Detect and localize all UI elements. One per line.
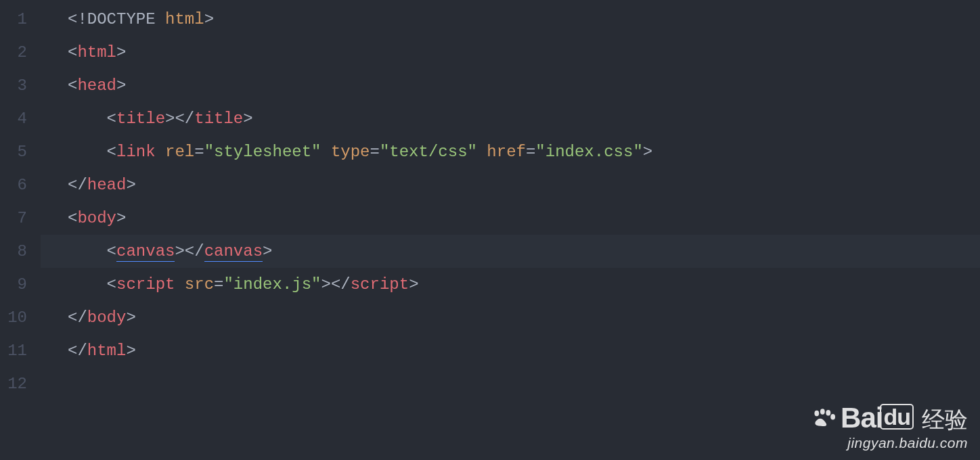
- token-str: "index.css": [535, 143, 642, 161]
- token-tag: html: [87, 342, 127, 360]
- token-tag: link: [116, 143, 156, 161]
- token-attr: rel: [165, 143, 194, 161]
- token-attr: href: [487, 143, 526, 161]
- token-attr: html: [165, 10, 204, 28]
- token-punct: [321, 143, 330, 161]
- token-str: "index.js": [223, 275, 321, 294]
- line-number: 8: [0, 235, 27, 268]
- line-number: 5: [0, 135, 27, 168]
- token-punct: >: [643, 143, 652, 161]
- token-punct: >: [243, 110, 252, 128]
- token-punct: <: [68, 209, 77, 227]
- line-number: 2: [0, 36, 27, 69]
- line-number: 4: [0, 102, 27, 135]
- token-str: "text/css": [380, 143, 477, 161]
- token-tag: canvas: [116, 242, 175, 262]
- token-punct: >: [116, 76, 126, 95]
- code-line[interactable]: </head>: [41, 168, 980, 202]
- token-punct: >: [204, 10, 214, 28]
- token-tag: body: [87, 308, 127, 327]
- code-editor[interactable]: 123456789101112 <!DOCTYPE html><html><he…: [0, 0, 980, 460]
- token-tag: head: [77, 76, 116, 95]
- token-tag: head: [87, 176, 127, 194]
- token-punct: [477, 143, 487, 161]
- token-eq: =: [194, 143, 204, 161]
- token-punct: </: [68, 342, 87, 360]
- code-line[interactable]: <body>: [41, 202, 980, 235]
- token-punct: [156, 10, 165, 28]
- token-punct: <: [107, 242, 116, 260]
- token-eq: =: [370, 143, 380, 161]
- token-punct: <!: [68, 10, 87, 28]
- line-number: 11: [0, 334, 27, 367]
- token-punct: >: [263, 242, 272, 260]
- token-punct: ></: [165, 110, 194, 128]
- token-tag: title: [194, 110, 243, 128]
- token-punct: <: [107, 275, 116, 294]
- line-number: 12: [0, 367, 27, 400]
- token-punct: ></: [175, 242, 204, 260]
- token-eq: =: [214, 275, 223, 294]
- line-number: 6: [0, 168, 27, 202]
- token-str: "stylesheet": [204, 143, 321, 161]
- token-attr: src: [185, 275, 214, 294]
- token-punct: </: [68, 176, 87, 194]
- code-area[interactable]: <!DOCTYPE html><html><head> <title></tit…: [41, 0, 980, 460]
- token-tag: script: [351, 275, 409, 294]
- token-punct: >: [409, 275, 418, 294]
- code-line[interactable]: <link rel="stylesheet" type="text/css" h…: [41, 135, 980, 168]
- code-line[interactable]: <title></title>: [41, 102, 980, 135]
- token-punct: </: [68, 308, 87, 327]
- line-number: 7: [0, 202, 27, 235]
- token-tag: canvas: [204, 242, 263, 262]
- code-line[interactable]: <html>: [41, 36, 980, 69]
- token-tag: title: [116, 110, 165, 128]
- code-line[interactable]: <canvas></canvas>: [41, 235, 980, 268]
- token-tag: body: [77, 209, 116, 227]
- code-line[interactable]: </body>: [41, 301, 980, 334]
- token-punct: >: [126, 342, 135, 360]
- code-line[interactable]: <head>: [41, 69, 980, 102]
- token-punct: >: [126, 176, 135, 194]
- token-punct: <: [107, 110, 116, 128]
- token-eq: =: [526, 143, 535, 161]
- line-number: 1: [0, 3, 27, 36]
- token-attr: type: [331, 143, 370, 161]
- token-punct: >: [126, 308, 135, 327]
- token-punct: <: [68, 43, 77, 62]
- token-punct: [156, 143, 165, 161]
- token-tag: html: [77, 43, 116, 62]
- token-punct: >: [116, 43, 126, 62]
- token-punct: <: [68, 76, 77, 95]
- token-punct: ></: [321, 275, 351, 294]
- token-punct: >: [116, 209, 126, 227]
- line-number: 3: [0, 69, 27, 102]
- token-tag: script: [116, 275, 175, 294]
- line-number-gutter: 123456789101112: [0, 0, 41, 460]
- code-line[interactable]: [41, 367, 980, 400]
- code-line[interactable]: <script src="index.js"></script>: [41, 268, 980, 301]
- code-line[interactable]: <!DOCTYPE html>: [41, 3, 980, 36]
- token-punct: [175, 275, 184, 294]
- line-number: 10: [0, 301, 27, 334]
- line-number: 9: [0, 268, 27, 301]
- token-punct: <: [107, 143, 116, 161]
- code-line[interactable]: </html>: [41, 334, 980, 367]
- token-doct: DOCTYPE: [87, 10, 156, 28]
